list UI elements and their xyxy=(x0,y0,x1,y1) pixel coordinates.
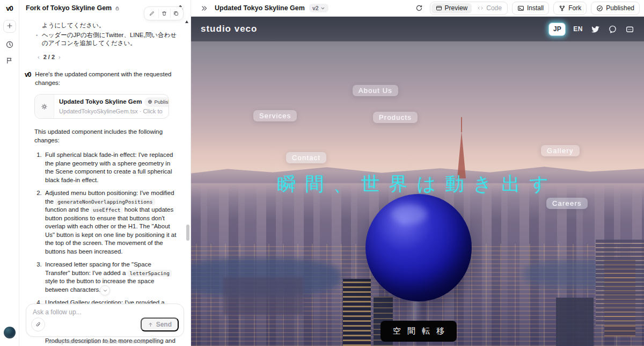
view-mode-switch: Preview Code xyxy=(430,2,508,15)
pagination-label: 2 / 2 xyxy=(43,53,55,62)
v0-app: v0 Fork of Tokyo Skyline Gem ようにしてください。 … xyxy=(0,0,644,346)
inline-code: letterSpacing xyxy=(128,270,172,277)
change-item: Adjusted menu button positioning: I've m… xyxy=(43,189,178,256)
copy-message-button[interactable] xyxy=(170,9,181,18)
building xyxy=(343,279,371,346)
line-chat-icon[interactable] xyxy=(608,25,617,34)
check-circle-icon xyxy=(596,5,603,12)
globe-icon xyxy=(148,99,152,104)
history-button[interactable] xyxy=(5,40,14,49)
paperclip-icon xyxy=(35,321,42,328)
v0-logo: v0 xyxy=(6,4,12,12)
expand-sidebar-button[interactable] xyxy=(197,2,210,15)
attach-button[interactable] xyxy=(31,318,45,331)
message-hover-toolbar xyxy=(144,6,184,20)
fork-icon xyxy=(559,5,566,12)
inline-code: generateNonOverlappingPositions xyxy=(55,198,155,205)
new-chat-button[interactable] xyxy=(3,20,16,33)
pagination-prev-button[interactable]: ‹ xyxy=(38,53,40,62)
terminal-icon xyxy=(517,5,524,12)
refresh-button[interactable] xyxy=(413,2,426,15)
tab-code[interactable]: Code xyxy=(473,3,506,13)
assistant-message-header: v0 Here's the updated component with the… xyxy=(25,70,178,87)
building xyxy=(223,277,304,315)
component-card[interactable]: Updated Tokyo Skyline Gem Published v2 U… xyxy=(34,94,169,119)
site-menu-button-contact[interactable]: Contact xyxy=(286,152,326,163)
plus-icon xyxy=(6,22,13,31)
gear-icon xyxy=(35,95,54,118)
version-dropdown[interactable]: v2 xyxy=(309,4,328,12)
chat-messages: ようにしてください。 ヘッダーのJPの右側にTwitter、LINE,問い合わせ… xyxy=(19,16,191,346)
changes-intro: This updated component includes the foll… xyxy=(34,128,178,145)
change-item: Increased letter spacing for the "Space … xyxy=(43,261,178,294)
site-menu-button-about[interactable]: About Us xyxy=(353,85,398,96)
lock-icon xyxy=(114,5,120,11)
published-button[interactable]: Published xyxy=(591,2,640,15)
published-badge: Published xyxy=(144,97,169,107)
pagination-next-button[interactable]: › xyxy=(58,53,61,62)
component-card-subtitle: UpdatedTokyoSkylineGem.tsx · Click to cl… xyxy=(59,107,164,116)
lang-jp-button[interactable]: JP xyxy=(549,23,565,35)
left-rail: v0 xyxy=(0,0,19,346)
site-menu-button-products[interactable]: Products xyxy=(373,112,418,123)
user-avatar[interactable] xyxy=(4,327,16,338)
followup-input[interactable] xyxy=(33,308,177,316)
site-menu-button-gallery[interactable]: Gallery xyxy=(541,145,580,156)
contact-message-icon[interactable] xyxy=(625,25,634,34)
chevron-down-icon xyxy=(320,6,325,11)
assistant-intro-text: Here's the updated component with the re… xyxy=(35,70,178,87)
workspace-panel: Updated Tokyo Skyline Gem v2 Preview Cod… xyxy=(191,0,644,346)
scroll-to-bottom-button[interactable] xyxy=(100,285,110,295)
scrollbar-thumb[interactable] xyxy=(186,225,189,241)
site-headline: 瞬間、世界は動き出す xyxy=(191,171,644,197)
site-menu-button-careers[interactable]: Careers xyxy=(546,198,588,209)
site-preview: studio veco JP EN About Us Services Prod… xyxy=(191,17,644,346)
feedback-flag-button[interactable] xyxy=(5,56,13,64)
chat-title: Fork of Tokyo Skyline Gem xyxy=(26,4,112,12)
fork-button[interactable]: Fork xyxy=(553,2,587,15)
tab-preview[interactable]: Preview xyxy=(431,3,472,13)
chat-panel: Fork of Tokyo Skyline Gem ようにしてください。 ヘッダ… xyxy=(19,0,191,346)
chevron-down-icon xyxy=(103,288,108,293)
code-icon xyxy=(477,5,484,11)
workspace-toolbar: Updated Tokyo Skyline Gem v2 Preview Cod… xyxy=(191,0,644,17)
site-logo: studio veco xyxy=(201,24,257,34)
edit-message-button[interactable] xyxy=(147,9,157,18)
user-message-bullet: ヘッダーのJPの右側にTwitter、LINE,問い合わせのアイコンを追加してく… xyxy=(42,31,178,48)
message-pagination: ‹ 2 / 2 › xyxy=(38,53,178,62)
workspace-title: Updated Tokyo Skyline Gem xyxy=(215,4,305,12)
site-header: studio veco JP EN xyxy=(191,17,644,41)
delete-message-button[interactable] xyxy=(158,9,169,18)
send-button[interactable]: Send xyxy=(141,318,179,331)
composer: Send xyxy=(26,304,184,337)
site-menu-button-services[interactable]: Services xyxy=(253,110,297,121)
component-card-title: Updated Tokyo Skyline Gem xyxy=(59,98,142,106)
building xyxy=(596,240,644,326)
arrow-up-icon xyxy=(148,322,153,328)
user-message-line: ようにしてください。 xyxy=(42,21,178,30)
v0-assistant-logo: v0 xyxy=(25,71,31,80)
twitter-icon[interactable] xyxy=(591,25,600,34)
scrollbar-up-arrow[interactable] xyxy=(185,20,188,23)
lang-en-button[interactable]: EN xyxy=(573,25,583,33)
space-transfer-button[interactable]: 空間転移 xyxy=(380,321,457,342)
change-item: Full spherical black fade-in effect: I'v… xyxy=(43,151,178,184)
building xyxy=(556,298,594,346)
disclaimer-text: v0 may make mistakes. Please use with di… xyxy=(19,338,191,344)
inline-code: useEffect xyxy=(91,206,122,213)
preview-window-icon xyxy=(436,5,442,11)
install-button[interactable]: Install xyxy=(512,2,549,15)
blue-sphere-3d xyxy=(365,194,472,301)
user-message: ようにしてください。 ヘッダーのJPの右側にTwitter、LINE,問い合わせ… xyxy=(42,21,178,48)
